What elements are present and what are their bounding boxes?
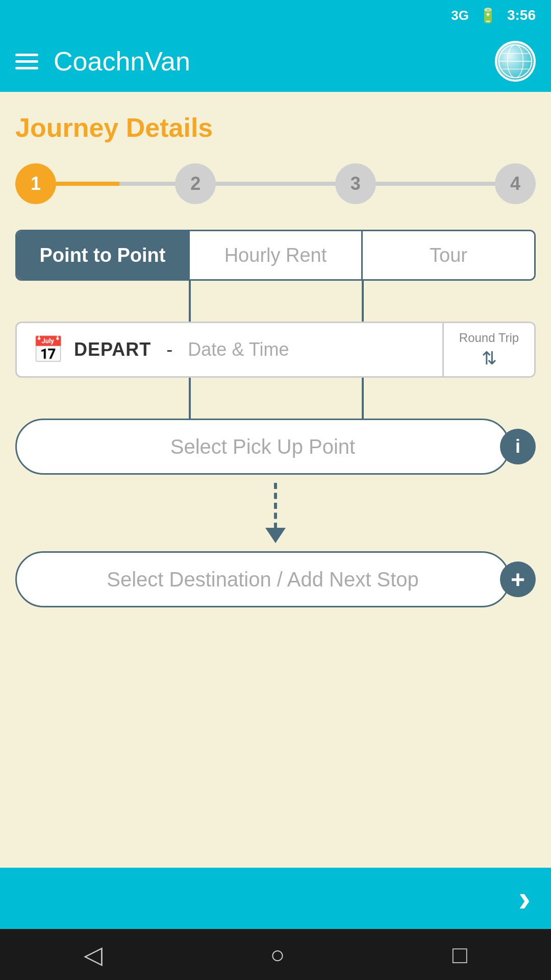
plus-icon: + [511, 566, 525, 594]
date-time-placeholder: Date & Time [188, 339, 289, 360]
next-button[interactable]: › [518, 880, 531, 917]
destination-button[interactable]: Select Destination / Add Next Stop [15, 551, 510, 607]
depart-dash: - [166, 339, 172, 360]
home-nav-icon[interactable]: ○ [270, 941, 285, 969]
add-stop-badge[interactable]: + [500, 561, 536, 597]
journey-details-title: Journey Details [15, 112, 536, 143]
round-trip-label: Round Trip [459, 331, 519, 345]
connector-line-mid-left [189, 378, 191, 419]
step-3[interactable]: 3 [335, 163, 376, 204]
depart-section[interactable]: 📅 DEPART - Date & Time Round Trip ⇅ [15, 322, 536, 378]
info-badge[interactable]: i [500, 429, 536, 464]
connector-below-tabs [15, 281, 536, 322]
android-nav-bar: ◁ ○ □ [0, 929, 551, 980]
back-nav-icon[interactable]: ◁ [84, 940, 103, 969]
pickup-button[interactable]: Select Pick Up Point [15, 419, 510, 475]
connector-line-right [362, 281, 364, 322]
tab-hourly-rent[interactable]: Hourly Rent [190, 231, 361, 279]
tab-point-to-point[interactable]: Point to Point [17, 231, 188, 279]
info-icon: i [515, 436, 520, 457]
pickup-placeholder: Select Pick Up Point [170, 435, 355, 458]
arrow-down-icon [265, 528, 286, 543]
globe-icon[interactable] [495, 41, 536, 82]
tab-tour[interactable]: Tour [363, 231, 534, 279]
time-display: 3:56 [507, 7, 536, 23]
progress-steps: 1 2 3 4 [15, 163, 536, 204]
bottom-navigation-bar: › [0, 868, 551, 929]
recent-nav-icon[interactable]: □ [453, 941, 467, 969]
main-content: Journey Details 1 2 3 4 Point to Point H… [0, 92, 551, 628]
round-trip-button[interactable]: Round Trip ⇅ [442, 323, 534, 376]
depart-label: DEPART [74, 339, 151, 360]
destination-container: Select Destination / Add Next Stop + [15, 551, 536, 607]
battery-icon: 🔋 [479, 7, 497, 24]
signal-icon: 3G [451, 8, 469, 23]
step-4[interactable]: 4 [495, 163, 536, 204]
app-header: CoachnVan [0, 31, 551, 92]
connector-line-mid-right [362, 378, 364, 419]
route-arrow [15, 475, 536, 551]
connector-below-depart [15, 378, 536, 419]
step-1[interactable]: 1 [15, 163, 56, 204]
menu-button[interactable] [15, 54, 38, 69]
destination-placeholder: Select Destination / Add Next Stop [96, 568, 429, 591]
calendar-icon: 📅 [32, 335, 64, 364]
step-2[interactable]: 2 [175, 163, 216, 204]
trip-type-tabs: Point to Point Hourly Rent Tour [15, 230, 536, 281]
status-bar: 3G 🔋 3:56 [0, 0, 551, 31]
connector-line-left [189, 281, 191, 322]
app-title: CoachnVan [54, 46, 190, 77]
dashed-connector-line [274, 483, 277, 529]
pickup-container: Select Pick Up Point i [15, 419, 536, 475]
round-trip-icon: ⇅ [482, 348, 497, 369]
